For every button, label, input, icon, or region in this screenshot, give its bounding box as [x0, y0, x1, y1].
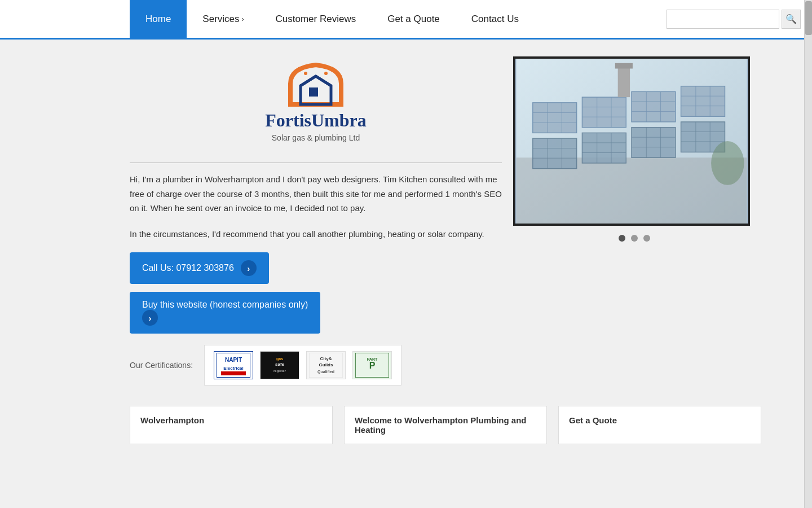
svg-rect-8 [221, 371, 246, 375]
svg-rect-62 [618, 64, 630, 97]
slider-dots [513, 235, 756, 242]
slider-dot-2[interactable] [631, 235, 638, 242]
nav-get-a-quote[interactable]: Get a Quote [372, 0, 456, 38]
navigation: Home Services › Customer Reviews Get a Q… [0, 0, 812, 40]
certifications-label: Our Certifications: [130, 361, 193, 370]
svg-rect-32 [632, 91, 676, 122]
buy-arrow-icon: › [142, 310, 158, 326]
svg-text:P: P [369, 361, 376, 370]
svg-line-0 [301, 76, 316, 86]
logo-text: FortisUmbra [265, 110, 367, 131]
svg-rect-37 [681, 86, 725, 117]
main-content: FortisUmbra Solar gas & plumbing Ltd Hi,… [0, 40, 778, 397]
search-area: 🔍 [667, 0, 801, 38]
search-button[interactable]: 🔍 [782, 10, 801, 29]
bottom-card-get-a-quote: Get a Quote [558, 406, 761, 444]
logo-divider [130, 163, 502, 163]
logo-area: FortisUmbra Solar gas & plumbing Ltd [130, 51, 502, 154]
bottom-cards: Wolverhampton Welcome to Wolverhampton P… [0, 397, 778, 453]
svg-text:NAPIT: NAPIT [225, 357, 242, 363]
scrollbar-thumb[interactable] [805, 1, 812, 35]
svg-rect-47 [582, 133, 626, 163]
call-arrow-icon: › [241, 260, 257, 276]
right-panel [513, 56, 756, 386]
svg-line-1 [316, 76, 331, 86]
svg-point-64 [711, 141, 744, 185]
slider-dot-1[interactable] [619, 235, 625, 242]
left-panel: FortisUmbra Solar gas & plumbing Ltd Hi,… [130, 51, 513, 386]
svg-text:Electrical: Electrical [223, 366, 244, 371]
body-paragraph-2: In the circumstances, I'd recommend that… [130, 227, 502, 242]
svg-rect-27 [582, 97, 626, 128]
company-logo [279, 56, 352, 110]
cert-logos-container: NAPIT Electrical gas safe register [204, 345, 401, 386]
svg-rect-52 [632, 128, 676, 158]
logo-subtitle: Solar gas & plumbing Ltd [272, 133, 360, 142]
call-button-wrapper: Call Us: 07912 303876 › [130, 252, 502, 292]
city-guilds-cert: City& Guilds Qualified [306, 351, 346, 379]
svg-point-3 [304, 72, 307, 75]
nav-contact-us[interactable]: Contact Us [456, 0, 535, 38]
svg-point-4 [324, 72, 328, 75]
bottom-card-wolverhampton: Wolverhampton [130, 406, 333, 444]
image-slider [513, 56, 750, 226]
buy-button-wrapper: Buy this website (honest companies only)… [130, 292, 502, 334]
solar-image [515, 59, 748, 224]
scrollbar[interactable] [804, 0, 812, 508]
body-paragraph-1: Hi, I'm a plumber in Wolverhampton and I… [130, 172, 502, 216]
svg-text:safe: safe [275, 362, 285, 367]
napit-cert: NAPIT Electrical [214, 351, 253, 379]
gas-safe-cert: gas safe register [260, 351, 299, 379]
search-input[interactable] [667, 10, 779, 29]
slider-dot-3[interactable] [643, 235, 650, 242]
nav-customer-reviews[interactable]: Customer Reviews [260, 0, 372, 38]
svg-text:City&: City& [320, 356, 332, 361]
svg-rect-22 [533, 103, 577, 133]
part-p-cert: PART P [352, 351, 392, 379]
bottom-card-welcome: Welcome to Wolverhampton Plumbing and He… [344, 406, 547, 444]
certifications-section: Our Certifications: NAPIT Electrical gas… [130, 345, 502, 386]
svg-rect-42 [533, 138, 577, 169]
svg-text:Guilds: Guilds [319, 362, 333, 367]
svg-text:gas: gas [276, 357, 283, 361]
svg-rect-2 [309, 87, 318, 97]
svg-text:Qualified: Qualified [317, 370, 334, 374]
nav-home[interactable]: Home [130, 0, 187, 38]
buy-website-button[interactable]: Buy this website (honest companies only)… [130, 292, 320, 334]
svg-text:register: register [273, 369, 286, 373]
call-us-button[interactable]: Call Us: 07912 303876 › [130, 252, 269, 284]
nav-services[interactable]: Services › [187, 0, 259, 38]
svg-rect-63 [615, 63, 633, 69]
services-arrow-icon: › [242, 15, 244, 23]
